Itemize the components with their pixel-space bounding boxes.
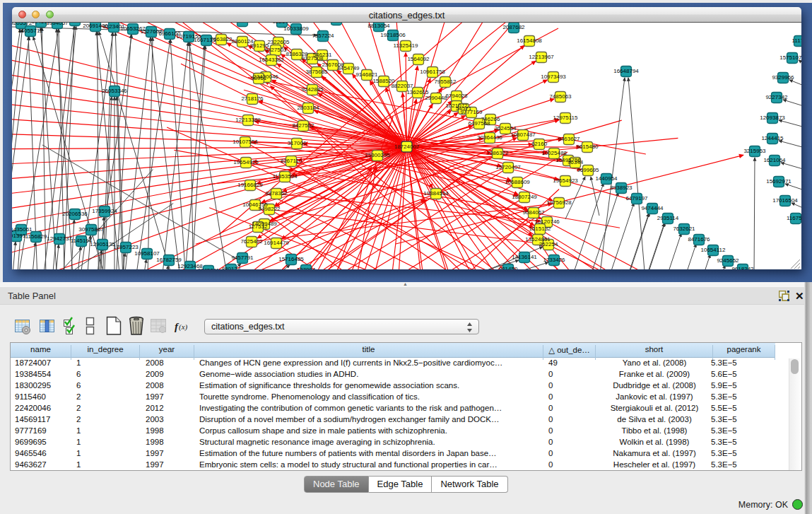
svg-text:9245652: 9245652 [717, 257, 739, 264]
svg-text:11325419: 11325419 [394, 42, 419, 49]
svg-text:16648794: 16648794 [613, 68, 639, 74]
svg-text:8471676: 8471676 [688, 236, 710, 243]
svg-text:17359924: 17359924 [92, 208, 117, 214]
svg-text:16033809: 16033809 [283, 25, 309, 32]
svg-text:116753: 116753 [787, 215, 801, 221]
svg-text:3624554: 3624554 [494, 125, 517, 132]
svg-text:1621064: 1621064 [763, 157, 786, 163]
svg-text:391391: 391391 [12, 233, 26, 239]
svg-text:8813054: 8813054 [367, 23, 390, 29]
svg-text:16154808: 16154808 [517, 37, 542, 44]
svg-text:7386372: 7386372 [486, 150, 509, 156]
svg-text:7955812: 7955812 [434, 78, 457, 85]
svg-text:127532: 127532 [249, 223, 268, 230]
svg-text:1440954: 1440954 [595, 175, 618, 182]
svg-text:9084067: 9084067 [522, 209, 545, 216]
svg-text:921450: 921450 [499, 266, 518, 269]
svg-text:7625402: 7625402 [240, 238, 263, 245]
svg-text:10120746: 10120746 [534, 218, 560, 225]
svg-text:1156829: 1156829 [25, 233, 47, 240]
svg-text:10688609: 10688609 [505, 179, 530, 185]
svg-text:2803144: 2803144 [297, 105, 319, 111]
svg-text:546231: 546231 [313, 52, 332, 58]
svg-text:12213967: 12213967 [529, 54, 554, 60]
svg-text:18724007: 18724007 [394, 144, 420, 150]
svg-text:127004: 127004 [297, 267, 316, 269]
svg-text:2990448: 2990448 [425, 95, 447, 101]
svg-text:16914479: 16914479 [264, 240, 289, 246]
svg-text:15720407: 15720407 [495, 164, 521, 170]
svg-text:17957223: 17957223 [113, 244, 139, 250]
svg-text:17016504: 17016504 [772, 197, 798, 204]
svg-text:19756928: 19756928 [546, 199, 572, 206]
svg-text:9457791: 9457791 [231, 255, 254, 261]
svg-text:15751074: 15751074 [779, 54, 801, 61]
svg-text:7485063: 7485063 [549, 93, 572, 100]
svg-text:25300295: 25300295 [365, 152, 390, 158]
svg-text:10973493: 10973493 [541, 74, 566, 80]
svg-text:15692971: 15692971 [766, 178, 792, 185]
svg-text:9463627: 9463627 [558, 136, 580, 142]
svg-text:9242845: 9242845 [301, 86, 324, 93]
svg-text:1733426: 1733426 [543, 257, 565, 263]
svg-text:1093719: 1093719 [231, 23, 254, 24]
svg-text:1244415: 1244415 [761, 135, 784, 141]
svg-text:19218506: 19218506 [380, 32, 406, 38]
svg-text:(x): (x) [179, 322, 188, 332]
svg-text:9327503: 9327503 [264, 47, 287, 53]
svg-text:19654925: 19654925 [233, 159, 259, 165]
svg-text:2935114: 2935114 [657, 215, 679, 221]
svg-text:8454749: 8454749 [337, 65, 360, 71]
svg-text:1435061: 1435061 [12, 226, 33, 233]
svg-text:3875685: 3875685 [305, 69, 328, 75]
svg-text:9777169: 9777169 [460, 109, 483, 115]
svg-text:19654923: 19654923 [553, 177, 578, 184]
svg-text:9474444: 9474444 [641, 205, 664, 211]
svg-text:8427552: 8427552 [292, 122, 314, 129]
svg-text:20364436: 20364436 [477, 134, 502, 141]
svg-text:2718176: 2718176 [241, 95, 264, 102]
svg-text:6794028: 6794028 [445, 93, 468, 99]
svg-text:1615132: 1615132 [529, 226, 551, 232]
svg-text:7663822: 7663822 [210, 36, 233, 42]
svg-text:7357224: 7357224 [312, 33, 334, 39]
svg-text:2322605: 2322605 [267, 39, 290, 45]
svg-text:880124: 880124 [222, 266, 241, 269]
svg-text:96344: 96344 [567, 159, 584, 165]
svg-text:10654112: 10654112 [701, 247, 726, 253]
svg-text:26053346: 26053346 [102, 88, 127, 94]
svg-text:7632621: 7632621 [673, 226, 695, 232]
svg-text:9205572: 9205572 [12, 23, 33, 26]
svg-text:9146821: 9146821 [355, 71, 378, 78]
svg-text:11353594: 11353594 [273, 173, 298, 180]
svg-text:9329966: 9329966 [772, 74, 794, 81]
svg-text:10961758: 10961758 [420, 69, 445, 75]
svg-text:1145194: 1145194 [71, 238, 93, 244]
svg-text:6479197: 6479197 [625, 195, 648, 201]
svg-text:12213389: 12213389 [235, 117, 261, 123]
svg-text:10807487: 10807487 [510, 132, 536, 138]
svg-text:8822037: 8822037 [391, 83, 413, 89]
svg-text:18807249: 18807249 [512, 194, 537, 200]
svg-text:317006: 317006 [288, 140, 307, 146]
svg-text:5498222: 5498222 [258, 206, 281, 212]
svg-text:8878352: 8878352 [265, 190, 288, 197]
svg-text:12975115: 12975115 [553, 115, 579, 121]
svg-text:15716485: 15716485 [278, 256, 304, 262]
svg-text:2087682: 2087682 [502, 24, 525, 30]
svg-text:16543362: 16543362 [259, 57, 284, 63]
svg-text:14055712: 14055712 [18, 28, 43, 34]
svg-text:8267110: 8267110 [281, 158, 302, 164]
svg-text:9615480: 9615480 [576, 144, 599, 150]
svg-text:9245011: 9245011 [198, 267, 220, 269]
svg-text:30975867: 30975867 [78, 226, 104, 233]
svg-text:10958107: 10958107 [134, 250, 160, 257]
svg-text:98961: 98961 [251, 75, 267, 81]
svg-text:922174: 922174 [273, 23, 292, 25]
svg-text:8938923: 8938923 [610, 185, 632, 191]
svg-text:1564092: 1564092 [407, 56, 430, 62]
svg-text:9227342: 9227342 [765, 94, 788, 100]
svg-text:6497568: 6497568 [468, 120, 490, 127]
svg-text:19384554: 19384554 [423, 190, 449, 197]
svg-text:19166829: 19166829 [237, 182, 263, 188]
